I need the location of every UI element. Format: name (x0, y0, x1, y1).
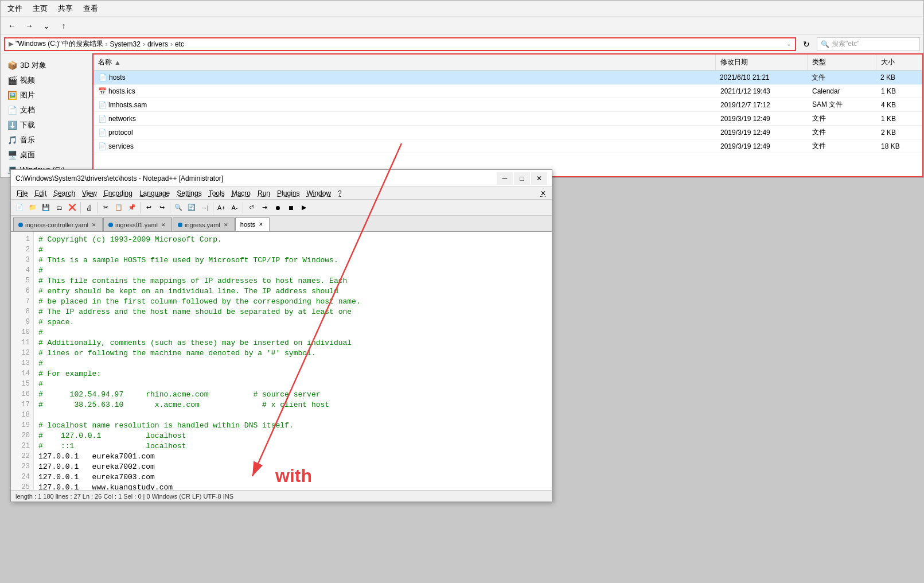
col-type[interactable]: 类型 (808, 55, 876, 70)
address-field[interactable]: ▶ "Windows (C:)"中的搜索结果 › System32 › driv… (4, 37, 796, 51)
code-line[interactable]: # This file contains the mappings of IP … (38, 275, 547, 286)
np-print-btn[interactable]: 🖨 (83, 201, 95, 214)
close-button[interactable]: ✕ (531, 172, 547, 185)
code-line[interactable]: # entry should be kept on an individual … (38, 286, 547, 296)
np-menu-close-all[interactable]: ✕ (537, 189, 549, 198)
np-menu-file[interactable]: File (13, 189, 31, 198)
np-goto-btn[interactable]: →| (198, 201, 211, 214)
code-line[interactable]: # (38, 379, 547, 389)
np-menu-window[interactable]: Window (303, 189, 334, 198)
code-line[interactable]: 127.0.0.1 eureka7001.com (38, 451, 547, 461)
np-menu-view[interactable]: View (79, 189, 100, 198)
tab-close-4[interactable]: ✕ (258, 221, 264, 228)
code-line[interactable]: 127.0.0.1 www.kuangstudy.com (38, 482, 547, 490)
tab-close-3[interactable]: ✕ (223, 221, 229, 228)
col-size[interactable]: 大小 (876, 55, 922, 70)
code-line[interactable]: 127.0.0.1 eureka7003.com (38, 472, 547, 482)
file-row[interactable]: 📄 networks 2019/3/19 12:49 文件 1 KB (93, 112, 922, 126)
code-area[interactable]: # Copyright (c) 1993-2009 Microsoft Corp… (34, 232, 552, 490)
file-row[interactable]: 📅 hosts.ics 2021/1/12 19:43 Calendar 1 K… (93, 84, 922, 98)
tab-close-1[interactable]: ✕ (91, 221, 98, 228)
code-line[interactable]: # 102.54.94.97 rhino.acme.com # source s… (38, 389, 547, 399)
code-line[interactable]: # This is a sample HOSTS file used by Mi… (38, 255, 547, 265)
np-menu-help[interactable]: ? (334, 189, 345, 198)
file-row[interactable]: 📄 services 2019/3/19 12:49 文件 18 KB (93, 139, 922, 153)
file-row[interactable]: 📄 hosts 2021/6/10 21:21 文件 2 KB (93, 71, 922, 84)
np-menu-edit[interactable]: Edit (31, 189, 50, 198)
code-line[interactable]: # The IP address and the host name shoul… (38, 306, 547, 317)
np-paste-btn[interactable]: 📌 (126, 201, 138, 214)
tab-ingress[interactable]: ingress.yaml ✕ (173, 217, 235, 231)
sidebar-item-pictures[interactable]: 🖼️ 图片 (1, 88, 92, 103)
menu-home[interactable]: 主页 (28, 2, 52, 15)
tab-close-2[interactable]: ✕ (160, 221, 167, 228)
menu-view[interactable]: 查看 (79, 2, 103, 15)
np-close-btn[interactable]: ❌ (66, 201, 79, 214)
sidebar-item-3d[interactable]: 📦 3D 对象 (1, 58, 92, 73)
refresh-button[interactable]: ↻ (798, 37, 814, 52)
code-line[interactable]: # (38, 265, 547, 275)
np-cut-btn[interactable]: ✂ (99, 201, 112, 214)
np-wrap-btn[interactable]: ⏎ (245, 201, 258, 214)
code-line[interactable]: # (38, 358, 547, 368)
editor-area[interactable]: 1234567891011121314151617181920212223242… (11, 232, 552, 490)
tab-ingress01[interactable]: ingress01.yaml ✕ (103, 217, 172, 231)
np-macro-btn[interactable]: ⏺ (271, 201, 284, 214)
sidebar-item-desktop[interactable]: 🖥️ 桌面 (1, 147, 92, 162)
tab-hosts[interactable]: hosts ✕ (235, 217, 270, 231)
np-menu-language[interactable]: Language (136, 189, 173, 198)
file-row[interactable]: 📄 lmhosts.sam 2019/12/7 17:12 SAM 文件 4 K… (93, 98, 922, 112)
code-line[interactable]: # (38, 327, 547, 337)
tab-ingress-controller[interactable]: ingress-controller.yaml ✕ (13, 217, 103, 231)
np-menu-tools[interactable]: Tools (205, 189, 228, 198)
np-undo-btn[interactable]: ↩ (142, 201, 155, 214)
code-line[interactable]: # Copyright (c) 1993-2009 Microsoft Corp… (38, 234, 547, 244)
np-redo-btn[interactable]: ↪ (155, 201, 168, 214)
code-line[interactable]: # localhost name resolution is handled w… (38, 420, 547, 430)
sidebar-item-video[interactable]: 🎬 视频 (1, 73, 92, 88)
col-name[interactable]: 名称 ▲ (93, 55, 716, 70)
menu-share[interactable]: 共享 (53, 2, 77, 15)
forward-button[interactable]: → (21, 18, 37, 33)
np-copy-btn[interactable]: 📋 (112, 201, 125, 214)
np-new-btn[interactable]: 📄 (13, 201, 26, 214)
np-play-btn[interactable]: ▶ (298, 201, 310, 214)
np-stop-btn[interactable]: ⏹ (284, 201, 297, 214)
code-line[interactable]: # (38, 244, 547, 255)
code-line[interactable]: # space. (38, 317, 547, 327)
np-zoom-in-btn[interactable]: A+ (215, 201, 228, 214)
code-line[interactable]: # 38.25.63.10 x.acme.com # x client host (38, 399, 547, 410)
back-button[interactable]: ← (4, 18, 20, 33)
np-open-btn[interactable]: 📁 (26, 201, 39, 214)
np-menu-plugins[interactable]: Plugins (274, 189, 303, 198)
minimize-button[interactable]: ─ (497, 172, 513, 185)
code-line[interactable]: 127.0.0.1 eureka7002.com (38, 461, 547, 472)
np-save-btn[interactable]: 💾 (40, 201, 52, 214)
code-line[interactable]: # lines or following the machine name de… (38, 348, 547, 358)
code-line[interactable] (38, 410, 547, 420)
np-menu-settings[interactable]: Settings (173, 189, 205, 198)
code-line[interactable]: # Additionally, comments (such as these)… (38, 337, 547, 348)
file-row[interactable]: 📄 protocol 2019/3/19 12:49 文件 2 KB (93, 126, 922, 139)
np-zoom-out-btn[interactable]: A- (228, 201, 241, 214)
search-box[interactable]: 🔍 搜索"etc" (817, 37, 920, 51)
sidebar-item-downloads[interactable]: ⬇️ 下载 (1, 118, 92, 133)
np-saveall-btn[interactable]: 🗂 (53, 201, 65, 214)
np-indent-btn[interactable]: ⇥ (258, 201, 271, 214)
sidebar-item-documents[interactable]: 📄 文档 (1, 103, 92, 118)
np-menu-run[interactable]: Run (254, 189, 274, 198)
code-line[interactable]: # ::1 localhost (38, 441, 547, 451)
code-line[interactable]: # be placed in the first column followed… (38, 296, 547, 306)
np-menu-macro[interactable]: Macro (228, 189, 254, 198)
np-menu-encoding[interactable]: Encoding (100, 189, 136, 198)
up-button[interactable]: ↑ (56, 18, 72, 33)
code-line[interactable]: # For example: (38, 368, 547, 379)
np-replace-btn[interactable]: 🔄 (185, 201, 198, 214)
menu-file[interactable]: 文件 (3, 2, 27, 15)
code-line[interactable]: # 127.0.0.1 localhost (38, 430, 547, 441)
col-date[interactable]: 修改日期 (716, 55, 808, 70)
down-button[interactable]: ⌄ (38, 18, 54, 33)
sidebar-item-music[interactable]: 🎵 音乐 (1, 133, 92, 147)
np-find-btn[interactable]: 🔍 (172, 201, 185, 214)
maximize-button[interactable]: □ (514, 172, 530, 185)
